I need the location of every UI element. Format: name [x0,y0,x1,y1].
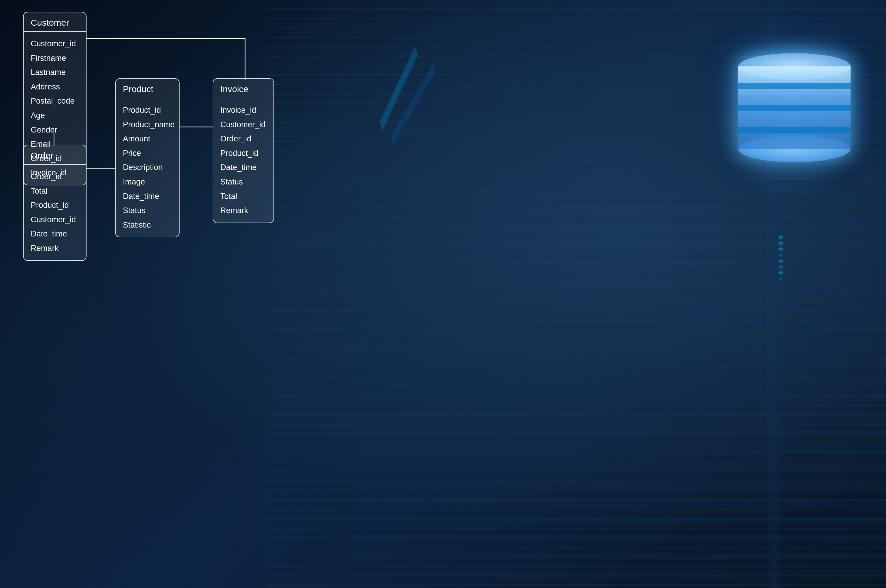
invoice-table-box: Invoice Invoice_id Customer_id Order_id … [213,78,274,223]
field-firstname: Firstname [31,51,79,66]
main-content: Customer Customer_id Firstname Lastname … [0,0,886,588]
field-datetime-inv: Date_time [220,160,266,175]
product-table-fields: Product_id Product_name Amount Price Des… [116,98,179,237]
database-icon [738,53,851,177]
product-table-box: Product Product_id Product_name Amount P… [115,78,180,237]
customer-table-title: Customer [24,12,86,32]
field-remark-inv: Remark [220,203,266,218]
database-stripe-2 [738,105,851,111]
field-lastname: Lastname [31,65,79,80]
field-statistic: Statistic [123,218,172,232]
field-customer-id-inv: Customer_id [220,117,266,132]
field-total-order: Total [31,184,79,198]
field-image: Image [123,175,172,189]
database-stripe-1 [738,82,851,89]
order-table-title: Order [24,145,86,165]
field-product-id-inv: Product_id [220,146,266,160]
field-status-inv: Status [220,175,266,189]
field-product-id-order: Product_id [31,198,79,213]
field-product-name: Product_name [123,117,172,132]
product-table-title: Product [116,79,179,98]
invoice-table-title: Invoice [213,79,273,98]
field-gender: Gender [31,123,79,137]
invoice-table-fields: Invoice_id Customer_id Order_id Product_… [213,98,273,223]
field-order-id-inv: Order_id [220,132,266,146]
field-remark-order: Remark [31,241,79,256]
field-amount: Amount [123,132,172,146]
field-customer-id: Customer_id [31,37,79,51]
field-customer-id-order: Customer_id [31,213,79,227]
field-product-id: Product_id [123,103,172,117]
field-total-inv: Total [220,189,266,204]
field-address: Address [31,80,79,94]
database-stripe-3 [738,127,851,134]
field-description: Description [123,160,172,175]
database-body [738,66,851,149]
field-price: Price [123,146,172,160]
field-status-product: Status [123,203,172,218]
database-cylinder [738,53,851,162]
field-datetime-order: Date_time [31,227,79,241]
order-table-box: Order Order_id Total Product_id Customer… [23,145,87,261]
field-postal-code: Postal_code [31,94,79,108]
field-invoice-id: Invoice_id [220,103,266,117]
field-order-id: Order_id [31,170,79,184]
order-table-fields: Order_id Total Product_id Customer_id Da… [24,165,86,260]
field-datetime-product: Date_time [123,189,172,204]
field-age: Age [31,108,79,123]
